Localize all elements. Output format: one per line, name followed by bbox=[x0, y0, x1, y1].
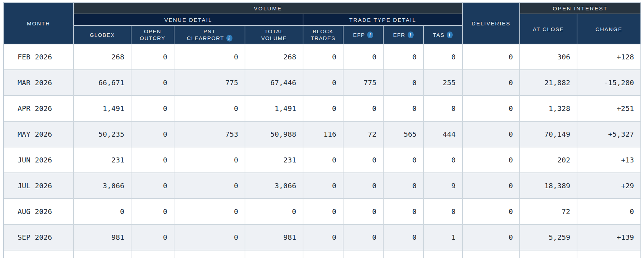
cell-globex: 1,491 bbox=[74, 96, 131, 122]
table-row: APR 2026 1,491 0 0 1,491 0 0 0 0 0 1,328… bbox=[4, 96, 641, 122]
cell-open-outcry: 0 bbox=[131, 70, 174, 96]
cell-block-trades: 0 bbox=[303, 199, 343, 225]
cell-globex: 66,671 bbox=[74, 70, 131, 96]
cell-at-close: 306 bbox=[520, 44, 577, 70]
cell-efr: 0 bbox=[384, 173, 424, 199]
cell-change: +29 bbox=[577, 173, 641, 199]
column-header-at-close: AT CLOSE bbox=[520, 14, 577, 44]
open-outcry-label-line1: OPEN bbox=[144, 28, 161, 35]
table-row: JUL 2026 3,066 0 0 3,066 0 0 0 9 0 18,38… bbox=[4, 173, 641, 199]
cell-deliveries: 0 bbox=[463, 70, 520, 96]
cell-month: JUL 2026 bbox=[4, 173, 74, 199]
cell-total-volume: 50,988 bbox=[245, 122, 303, 147]
cell-deliveries: 0 bbox=[463, 44, 520, 70]
table-row: MAR 2026 66,671 0 775 67,446 0 775 0 255… bbox=[4, 70, 641, 96]
at-close-header-label: AT CLOSE bbox=[533, 26, 564, 32]
cell-efr: 0 bbox=[384, 199, 424, 225]
column-header-open-outcry: OPEN OUTCRY bbox=[131, 26, 174, 44]
cell-tas: 0 bbox=[424, 44, 463, 70]
efp-header-label: EFP bbox=[353, 31, 365, 38]
efr-header-label: EFR bbox=[393, 31, 405, 38]
open-interest-group-label: OPEN INTEREST bbox=[553, 5, 607, 11]
cell-globex: 3,066 bbox=[74, 173, 131, 199]
cell-deliveries: 0 bbox=[463, 199, 520, 225]
column-header-globex: GLOBEX bbox=[74, 26, 131, 44]
group-header-volume: VOLUME bbox=[74, 3, 463, 14]
cell-month: APR 2026 bbox=[4, 96, 74, 122]
cell-efr: 0 bbox=[384, 147, 424, 173]
cell-pnt-clearport: 753 bbox=[174, 122, 245, 147]
column-header-block-trades: BLOCK TRADES bbox=[303, 26, 343, 44]
total-volume-label-line2: VOLUME bbox=[261, 35, 287, 42]
cell-at-close: 70,149 bbox=[520, 122, 577, 147]
cell-open-outcry: 0 bbox=[131, 122, 174, 147]
cell-month: MAR 2026 bbox=[4, 70, 74, 96]
volume-group-label: VOLUME bbox=[254, 5, 282, 11]
cell-total-volume: 0 bbox=[245, 199, 303, 225]
cell-efr: 0 bbox=[384, 44, 424, 70]
cell-tas: 0 bbox=[424, 199, 463, 225]
cell-efp: 0 bbox=[343, 199, 384, 225]
cell-deliveries: 0 bbox=[463, 147, 520, 173]
cell-total-volume: 268 bbox=[245, 44, 303, 70]
cell-block-trades: 0 bbox=[303, 173, 343, 199]
cell-deliveries: 0 bbox=[463, 122, 520, 147]
table-row: SEP 2026 981 0 0 981 0 0 0 1 0 5,259 +13… bbox=[4, 225, 641, 250]
cell-tas: 9 bbox=[424, 173, 463, 199]
cell-open-outcry: 0 bbox=[131, 147, 174, 173]
venue-detail-label: VENUE DETAIL bbox=[164, 17, 212, 23]
globex-header-label: GLOBEX bbox=[90, 31, 115, 38]
cell-deliveries: 0 bbox=[463, 173, 520, 199]
cell-at-close: 202 bbox=[520, 147, 577, 173]
efr-header-row: EFRi bbox=[393, 31, 413, 38]
cell-tas: 444 bbox=[424, 122, 463, 147]
cell-globex: 0 bbox=[74, 199, 131, 225]
cell-efr: 0 bbox=[384, 96, 424, 122]
cell-month: SEP 2026 bbox=[4, 225, 74, 250]
column-header-deliveries: DELIVERIES bbox=[463, 3, 520, 44]
subgroup-header-venue-detail: VENUE DETAIL bbox=[74, 14, 303, 26]
cell-at-close: 21,882 bbox=[520, 70, 577, 96]
info-icon[interactable]: i bbox=[367, 31, 373, 38]
cell-tas: 0 bbox=[424, 96, 463, 122]
info-icon[interactable]: i bbox=[226, 35, 232, 42]
cell-change: +251 bbox=[577, 96, 641, 122]
info-icon[interactable]: i bbox=[447, 31, 453, 38]
info-icon[interactable]: i bbox=[408, 31, 414, 38]
cell-change: +13 bbox=[577, 147, 641, 173]
cell-block-trades: 0 bbox=[303, 225, 343, 250]
table-row: AUG 2026 0 0 0 0 0 0 0 0 0 72 0 bbox=[4, 199, 641, 225]
cell-efr: 565 bbox=[384, 122, 424, 147]
cell-total-volume: 67,446 bbox=[245, 70, 303, 96]
cell-tas: 255 bbox=[424, 70, 463, 96]
cell-change: -15,280 bbox=[577, 70, 641, 96]
cell-block-trades: 0 bbox=[303, 44, 343, 70]
cell-block-trades: 0 bbox=[303, 147, 343, 173]
column-header-change: CHANGE bbox=[577, 14, 641, 44]
trade-type-detail-label: TRADE TYPE DETAIL bbox=[349, 17, 416, 23]
pnt-clearport-label-line1: PNT bbox=[203, 28, 216, 35]
cell-open-outcry: 0 bbox=[131, 199, 174, 225]
column-header-month: MONTH bbox=[4, 3, 74, 44]
cell-globex: 981 bbox=[74, 225, 131, 250]
table-row: MAY 2026 50,235 0 753 50,988 116 72 565 … bbox=[4, 122, 641, 147]
cell-deliveries: 0 bbox=[463, 225, 520, 250]
cell-globex: 231 bbox=[74, 147, 131, 173]
cell-change: 0 bbox=[577, 199, 641, 225]
total-volume-label-line1: TOTAL bbox=[264, 28, 284, 35]
cell-change: +5,327 bbox=[577, 122, 641, 147]
column-header-pnt-clearport: PNT CLEARPORTi bbox=[174, 26, 245, 44]
cell-pnt-clearport: 0 bbox=[174, 199, 245, 225]
cell-efp: 0 bbox=[343, 225, 384, 250]
cell-at-close: 18,389 bbox=[520, 173, 577, 199]
column-header-tas: TASi bbox=[424, 26, 463, 44]
cell-globex: 50,235 bbox=[74, 122, 131, 147]
cell-efp: 0 bbox=[343, 173, 384, 199]
cell-pnt-clearport: 775 bbox=[174, 70, 245, 96]
open-outcry-label-line2: OUTCRY bbox=[140, 35, 165, 42]
block-trades-label-line2: TRADES bbox=[311, 35, 335, 42]
cell-pnt-clearport: 0 bbox=[174, 225, 245, 250]
cell-block-trades: 0 bbox=[303, 70, 343, 96]
cell-efp: 0 bbox=[343, 96, 384, 122]
column-header-total-volume: TOTAL VOLUME bbox=[245, 26, 303, 44]
